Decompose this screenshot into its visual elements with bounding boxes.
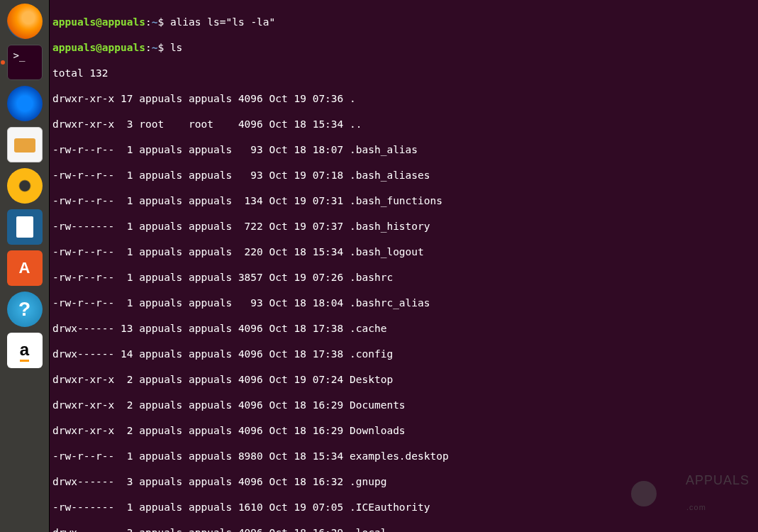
output-entry: -rw-r--r-- 1 appuals appuals 3857 Oct 19… bbox=[52, 271, 755, 284]
watermark-text: APPUALS bbox=[686, 473, 749, 487]
thunderbird-icon[interactable] bbox=[7, 86, 43, 121]
output-entry: drwx------ 13 appuals appuals 4096 Oct 1… bbox=[52, 322, 755, 335]
libreoffice-writer-icon[interactable] bbox=[7, 209, 43, 245]
prompt-colon: : bbox=[145, 16, 152, 28]
prompt-line: appuals@appuals:~$ ls bbox=[52, 41, 755, 54]
terminal-window[interactable]: appuals@appuals:~$ alias ls="ls -la" app… bbox=[50, 0, 758, 532]
output-entry: -rw-r--r-- 1 appuals appuals 93 Oct 19 0… bbox=[52, 169, 755, 182]
command-text: ls bbox=[170, 42, 182, 53]
output-entry: -rw-r--r-- 1 appuals appuals 220 Oct 18 … bbox=[52, 245, 755, 258]
command-text: alias ls="ls -la" bbox=[170, 16, 275, 28]
firefox-icon[interactable] bbox=[7, 4, 43, 39]
output-entry: -rw-r--r-- 1 appuals appuals 93 Oct 18 1… bbox=[52, 143, 755, 156]
output-entry: -rw-r--r-- 1 appuals appuals 93 Oct 18 1… bbox=[52, 297, 755, 309]
watermark: APPUALS .com bbox=[631, 461, 749, 526]
output-entry: drwxr-xr-x 2 appuals appuals 4096 Oct 18… bbox=[52, 399, 755, 411]
output-entry: drwx------ 3 appuals appuals 4096 Oct 18… bbox=[52, 526, 755, 532]
output-entry: drwxr-xr-x 2 appuals appuals 4096 Oct 18… bbox=[52, 424, 755, 437]
amazon-icon[interactable] bbox=[7, 333, 43, 368]
prompt-dollar: $ bbox=[157, 16, 164, 28]
launcher-dock bbox=[0, 0, 50, 532]
prompt-user: appuals@appuals bbox=[52, 16, 145, 28]
ubuntu-software-icon[interactable] bbox=[7, 250, 43, 286]
rhythmbox-icon[interactable] bbox=[7, 168, 43, 204]
files-icon[interactable] bbox=[7, 127, 43, 162]
output-entry: drwx------ 14 appuals appuals 4096 Oct 1… bbox=[52, 348, 755, 360]
terminal-icon[interactable] bbox=[7, 45, 43, 80]
output-entry: drwxr-xr-x 17 appuals appuals 4096 Oct 1… bbox=[52, 92, 755, 105]
output-entry: drwxr-xr-x 3 root root 4096 Oct 18 15:34… bbox=[52, 118, 755, 131]
prompt-line: appuals@appuals:~$ alias ls="ls -la" bbox=[52, 16, 755, 28]
help-icon[interactable] bbox=[7, 292, 43, 327]
output-total: total 132 bbox=[52, 67, 755, 79]
output-entry: -rw------- 1 appuals appuals 722 Oct 19 … bbox=[52, 220, 755, 233]
output-entry: drwxr-xr-x 2 appuals appuals 4096 Oct 19… bbox=[52, 373, 755, 386]
watermark-subtext: .com bbox=[686, 503, 706, 511]
watermark-logo-icon bbox=[631, 481, 657, 506]
output-entry: -rw-r--r-- 1 appuals appuals 134 Oct 19 … bbox=[52, 194, 755, 207]
